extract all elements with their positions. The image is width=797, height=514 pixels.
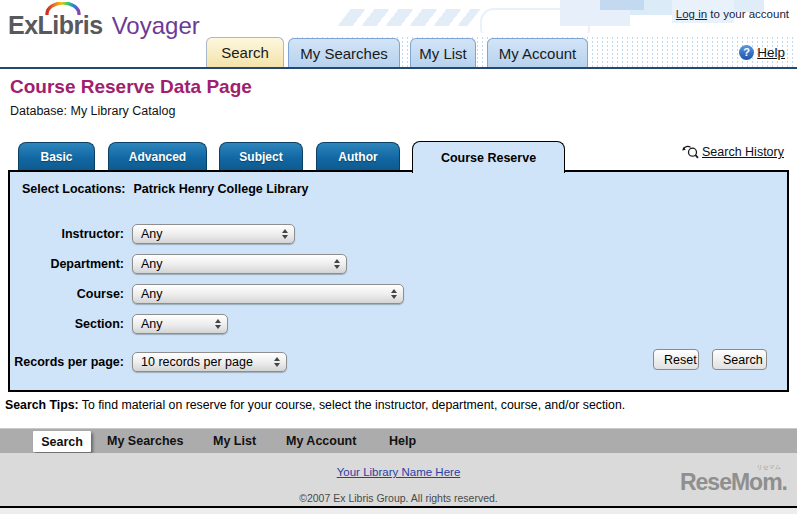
reset-button[interactable]: Reset — [653, 349, 699, 370]
bottom-nav-my-account[interactable]: My Account — [286, 434, 356, 448]
section-selected-value: Any — [141, 317, 163, 331]
bottom-nav-help[interactable]: Help — [389, 434, 416, 448]
tab-basic[interactable]: Basic — [18, 142, 95, 170]
login-suffix: to your account — [707, 8, 789, 20]
exlibris-wordmark: ExLibris — [8, 11, 103, 39]
select-locations-line: Select Locations:Patrick Henry College L… — [22, 182, 309, 196]
department-label: Department: — [10, 257, 124, 271]
tab-author[interactable]: Author — [316, 142, 400, 170]
bottom-nav-search[interactable]: Search — [33, 431, 91, 452]
spinner-arrows-icon — [391, 289, 397, 299]
header-divider — [0, 67, 797, 69]
course-selected-value: Any — [141, 287, 163, 301]
search-button[interactable]: Search — [712, 349, 767, 370]
login-row: Log in to your account — [676, 8, 789, 20]
records-per-page-select[interactable]: 10 records per page — [132, 352, 287, 372]
bottom-strip — [0, 508, 797, 514]
tab-advanced[interactable]: Advanced — [108, 142, 207, 170]
tab-my-searches[interactable]: My Searches — [288, 38, 400, 67]
course-reserve-panel: Select Locations:Patrick Henry College L… — [8, 170, 789, 392]
page-title: Course Reserve Data Page — [10, 76, 252, 98]
bottom-nav-my-searches[interactable]: My Searches — [107, 434, 183, 448]
records-per-page-value: 10 records per page — [141, 355, 253, 369]
resemom-ruby-text: リセマム — [756, 463, 781, 472]
help-icon: ? — [739, 45, 754, 60]
login-link[interactable]: Log in — [676, 8, 707, 20]
course-select[interactable]: Any — [132, 284, 404, 304]
database-value: My Library Catalog — [70, 104, 175, 118]
instructor-label: Instructor: — [10, 227, 124, 241]
select-locations-value: Patrick Henry College Library — [134, 182, 309, 196]
select-locations-label: Select Locations: — [22, 182, 126, 196]
resemom-logo-text: ReseMom. — [680, 469, 787, 495]
tab-course-reserve[interactable]: Course Reserve — [412, 141, 565, 173]
tab-search[interactable]: Search — [206, 37, 284, 67]
voyager-wordmark: Voyager — [112, 12, 200, 39]
bottom-nav-my-list[interactable]: My List — [213, 434, 256, 448]
tab-my-account[interactable]: My Account — [487, 38, 588, 67]
section-select[interactable]: Any — [132, 314, 228, 334]
spinner-arrows-icon — [274, 357, 280, 367]
instructor-select[interactable]: Any — [132, 224, 295, 244]
help-link[interactable]: ? Help — [739, 45, 785, 60]
copyright-text: ©2007 Ex Libris Group. All rights reserv… — [0, 492, 797, 504]
tab-subject[interactable]: Subject — [219, 142, 303, 170]
department-selected-value: Any — [141, 257, 163, 271]
section-label: Section: — [10, 317, 124, 331]
database-label: Database: — [10, 104, 67, 118]
help-link-label: Help — [757, 45, 785, 60]
database-line: Database: My Library Catalog — [10, 104, 175, 118]
resemom-watermark: リセマム ReseMom. — [680, 469, 787, 496]
bottom-nav: Search My Searches My List My Account He… — [0, 428, 797, 453]
voyager-app: ExLibrisVoyager Log in to your account S… — [0, 0, 797, 514]
spinner-arrows-icon — [282, 229, 288, 239]
footer: Your Library Name Here ©2007 Ex Libris G… — [0, 453, 797, 506]
department-select[interactable]: Any — [132, 254, 347, 274]
tab-my-list[interactable]: My List — [410, 38, 476, 67]
records-per-page-label: Records per page: — [10, 355, 124, 369]
search-tabset: Basic Advanced Subject Author Course Res… — [8, 141, 789, 392]
course-label: Course: — [10, 287, 124, 301]
instructor-selected-value: Any — [141, 227, 163, 241]
search-tips-label: Search Tips: — [5, 398, 79, 412]
search-tips: Search Tips: To find material on reserve… — [5, 398, 785, 412]
spinner-arrows-icon — [215, 319, 221, 329]
spinner-arrows-icon — [334, 259, 340, 269]
search-tips-text: To find material on reserve for your cou… — [79, 398, 626, 412]
library-name-link[interactable]: Your Library Name Here — [0, 466, 797, 478]
top-header: ExLibrisVoyager Log in to your account S… — [0, 0, 797, 69]
